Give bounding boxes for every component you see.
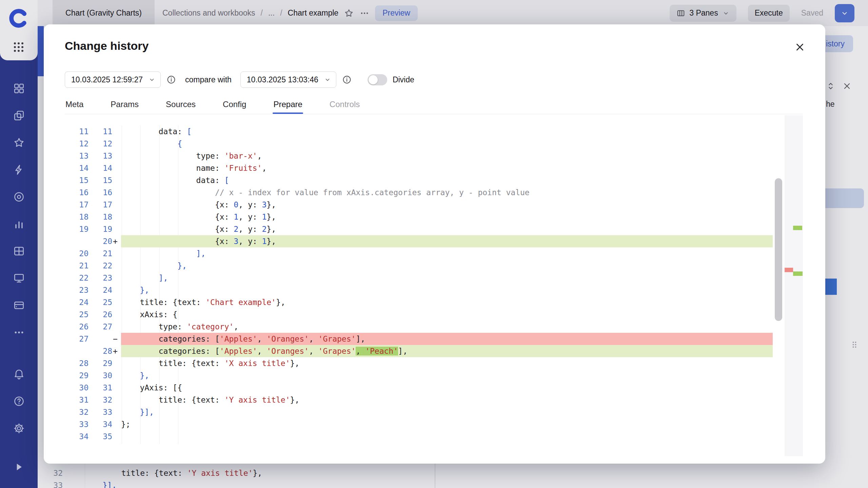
- diff-row: 2526 xAxis: {: [70, 308, 773, 321]
- line-number-new: 19: [88, 223, 112, 235]
- toggle-knob: [369, 75, 378, 84]
- diff-row: 1414 name: 'Fruits',: [70, 162, 773, 174]
- diff-marker: [112, 296, 121, 308]
- line-number-new: 13: [88, 150, 112, 162]
- revision-select-left-value: 10.03.2025 12:59:27: [71, 75, 143, 84]
- code-line: };: [121, 418, 773, 430]
- line-number-old: 19: [70, 223, 88, 235]
- diff-marker: [112, 308, 121, 321]
- tabs-divider: [65, 114, 803, 114]
- diff-row: 3031 yAxis: [{: [70, 382, 773, 394]
- line-number-old: 28: [70, 357, 88, 369]
- diff-row: 1717 {x: 0, y: 3},: [70, 199, 773, 211]
- diff-marker: [112, 284, 121, 296]
- code-line: type: 'bar-x',: [121, 150, 773, 162]
- diff-marker: [112, 138, 121, 150]
- line-number-old: [70, 345, 88, 357]
- code-line: xAxis: {: [121, 308, 773, 321]
- compare-controls: 10.03.2025 12:59:27 compare with 10.03.2…: [65, 72, 414, 88]
- line-number-new: 14: [88, 162, 112, 174]
- divide-toggle[interactable]: [368, 74, 387, 85]
- code-line: {x: 2, y: 2},: [121, 223, 773, 235]
- line-number-old: 22: [70, 272, 88, 284]
- modal-close-icon[interactable]: [794, 41, 806, 53]
- line-number-new: 34: [88, 418, 112, 430]
- info-icon[interactable]: [166, 75, 176, 85]
- diff-row: 3435: [70, 430, 773, 443]
- line-number-new: [88, 333, 112, 345]
- diff-row: 2425 title: {text: 'Chart example'},: [70, 296, 773, 308]
- diff-row: 1212 {: [70, 138, 773, 150]
- code-line: categories: ['Apples', 'Oranges', 'Grape…: [121, 333, 773, 345]
- line-number-new: 32: [88, 394, 112, 406]
- line-number-old: 15: [70, 174, 88, 186]
- diff-row: 3334};: [70, 418, 773, 430]
- code-line: title: {text: 'Chart example'},: [121, 296, 773, 308]
- ruler-added-mark: [793, 271, 803, 276]
- line-number-old: 13: [70, 150, 88, 162]
- tab-controls[interactable]: Controls: [329, 95, 360, 114]
- diff-row: 2627 type: 'category',: [70, 321, 773, 333]
- line-number-old: 31: [70, 394, 88, 406]
- code-line: title: {text: 'Y axis title'},: [121, 394, 773, 406]
- tab-meta[interactable]: Meta: [65, 95, 84, 114]
- diff-marker: [112, 382, 121, 394]
- revision-select-right[interactable]: 10.03.2025 13:03:46: [240, 72, 336, 88]
- tab-prepare[interactable]: Prepare: [273, 95, 303, 114]
- tab-params[interactable]: Params: [110, 95, 139, 114]
- chevron-down-icon: [324, 76, 331, 83]
- diff-row: 2324 },: [70, 284, 773, 296]
- line-number-old: 21: [70, 260, 88, 272]
- line-number-old: 20: [70, 247, 88, 260]
- diff-marker: [112, 369, 121, 382]
- info-icon[interactable]: [342, 75, 352, 85]
- diff-marker: [112, 406, 121, 418]
- diff-row: 1616 // x - index for value from xAxis.c…: [70, 186, 773, 199]
- diff-marker: [112, 223, 121, 235]
- diff-code-area: 1111 data: [1212 {1313 type: 'bar-x',141…: [70, 115, 773, 456]
- diff-row: 1919 {x: 2, y: 2},: [70, 223, 773, 235]
- diff-overview-ruler: [785, 115, 803, 456]
- line-number-new: 26: [88, 308, 112, 321]
- line-number-old: 18: [70, 211, 88, 223]
- diff-marker: [112, 430, 121, 443]
- code-line: {x: 3, y: 1},: [121, 235, 773, 247]
- line-number-new: 20: [88, 235, 112, 247]
- line-number-new: 18: [88, 211, 112, 223]
- code-line: },: [121, 284, 773, 296]
- divide-toggle-label: Divide: [393, 75, 414, 84]
- diff-marker: +: [112, 345, 121, 357]
- line-number-new: 12: [88, 138, 112, 150]
- line-number-old: 26: [70, 321, 88, 333]
- diff-marker: [112, 272, 121, 284]
- line-number-old: 17: [70, 199, 88, 211]
- line-number-old: 24: [70, 296, 88, 308]
- revision-select-left[interactable]: 10.03.2025 12:59:27: [65, 72, 161, 88]
- diff-row: 1111 data: [: [70, 125, 773, 138]
- code-line: [121, 430, 773, 443]
- code-line: }],: [121, 406, 773, 418]
- diff-row: 1818 {x: 1, y: 1},: [70, 211, 773, 223]
- code-line: ],: [121, 272, 773, 284]
- tab-config[interactable]: Config: [222, 95, 247, 114]
- diff-row: 2223 ],: [70, 272, 773, 284]
- code-line: {x: 1, y: 1},: [121, 211, 773, 223]
- diff-row: 20+ {x: 3, y: 1},: [70, 235, 773, 247]
- diff-row: 1313 type: 'bar-x',: [70, 150, 773, 162]
- line-number-old: 23: [70, 284, 88, 296]
- line-number-old: [70, 235, 88, 247]
- diff-row: 2930 },: [70, 369, 773, 382]
- line-number-old: 30: [70, 382, 88, 394]
- line-number-new: 23: [88, 272, 112, 284]
- diff-marker: [112, 150, 121, 162]
- line-number-old: 29: [70, 369, 88, 382]
- tab-sources[interactable]: Sources: [165, 95, 196, 114]
- line-number-new: 25: [88, 296, 112, 308]
- diff-marker: [112, 321, 121, 333]
- line-number-new: 17: [88, 199, 112, 211]
- scrollbar-thumb[interactable]: [775, 178, 782, 321]
- line-number-old: 25: [70, 308, 88, 321]
- diff-row: 2829 title: {text: 'X axis title'},: [70, 357, 773, 369]
- line-number-new: 31: [88, 382, 112, 394]
- line-number-old: 12: [70, 138, 88, 150]
